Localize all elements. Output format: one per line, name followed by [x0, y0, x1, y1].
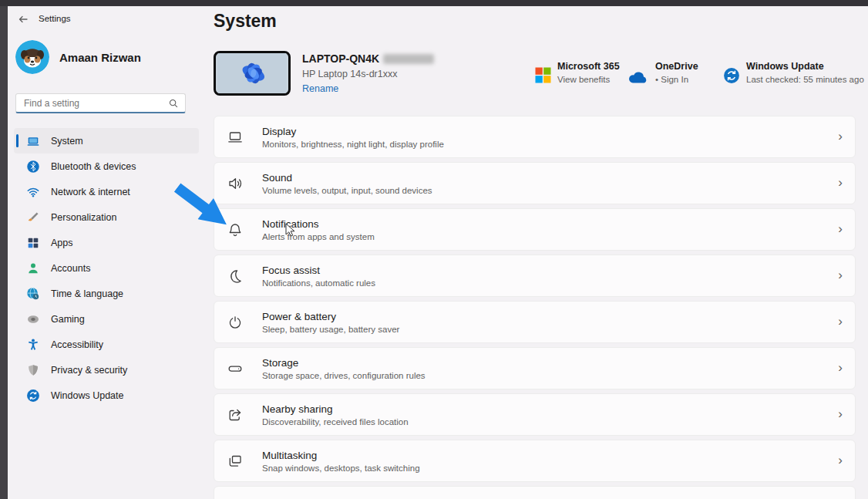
settings-row-multitasking[interactable]: Multitasking Snap windows, desktops, tas…: [214, 440, 856, 482]
settings-row-sound[interactable]: Sound Volume levels, output, input, soun…: [214, 162, 856, 204]
row-title: Multitasking: [262, 450, 420, 461]
sidebar-item-label: System: [51, 136, 83, 147]
chevron-right-icon: ›: [838, 314, 843, 329]
microsoft-365-status[interactable]: Microsoft 365 View benefits: [535, 61, 620, 86]
settings-row-power-battery[interactable]: Power & battery Sleep, battery usage, ba…: [214, 301, 856, 343]
sidebar-item-label: Time & language: [51, 288, 123, 299]
row-subtitle: Snap windows, desktops, task switching: [262, 464, 420, 473]
row-title: Sound: [262, 172, 432, 184]
device-model: HP Laptop 14s-dr1xxx: [302, 69, 397, 79]
row-title: Storage: [262, 357, 426, 369]
row-subtitle: Monitors, brightness, night light, displ…: [262, 140, 444, 149]
row-subtitle: Storage space, drives, configuration rul…: [262, 371, 426, 380]
user-profile[interactable]: Amaan Rizwan: [15, 40, 141, 74]
sidebar-item-accounts[interactable]: Accounts: [14, 255, 199, 281]
page-title: System: [214, 11, 277, 32]
settings-row-focus-assist[interactable]: Focus assist Notifications, automatic ru…: [214, 255, 856, 297]
status-subtitle[interactable]: • Sign In: [655, 75, 698, 84]
windows-update-icon: [723, 67, 740, 87]
chevron-right-icon: ›: [838, 268, 843, 283]
accessibility-icon: [26, 338, 40, 352]
settings-rows: Display Monitors, brightness, night ligh…: [214, 116, 856, 499]
row-title: Power & battery: [262, 311, 399, 322]
sidebar-item-gaming[interactable]: Gaming: [14, 306, 199, 332]
sidebar-item-label: Windows Update: [51, 390, 124, 401]
device-name-text: LAPTOP-QN4K: [302, 52, 379, 65]
multitasking-icon: [227, 453, 244, 470]
settings-row-nearby-sharing[interactable]: Nearby sharing Discoverability, received…: [214, 393, 856, 436]
sidebar-item-system[interactable]: System: [14, 128, 199, 153]
avatar: [15, 40, 49, 74]
nearby-sharing-icon: [227, 406, 244, 423]
sidebar-item-label: Accounts: [51, 263, 90, 274]
storage-icon: [227, 360, 244, 377]
windows-bloom-wallpaper: [216, 53, 288, 93]
sidebar-item-windows-update[interactable]: Windows Update: [14, 383, 199, 408]
sidebar-item-label: Network & internet: [51, 187, 130, 197]
microsoft-365-icon: [535, 67, 551, 86]
back-arrow-icon: [17, 13, 29, 25]
accounts-icon: [26, 261, 40, 275]
row-title: Focus assist: [262, 265, 375, 276]
chevron-right-icon: ›: [838, 221, 843, 237]
chevron-right-icon: ›: [838, 406, 843, 422]
status-title: OneDrive: [655, 61, 698, 72]
row-subtitle: Sleep, battery usage, battery saver: [262, 325, 399, 334]
row-subtitle: Notifications, automatic rules: [262, 278, 375, 288]
bluetooth-icon: [26, 160, 40, 174]
sidebar-item-label: Apps: [51, 238, 73, 248]
sidebar-item-network-internet[interactable]: Network & internet: [14, 179, 199, 204]
system-icon: [26, 134, 40, 148]
row-title: Notifications: [262, 218, 375, 230]
search-box[interactable]: [15, 93, 186, 113]
status-subtitle: Last checked: 55 minutes ago: [746, 75, 864, 84]
power-icon: [227, 314, 244, 331]
row-title: Nearby sharing: [262, 403, 409, 415]
row-subtitle: Discoverability, received files location: [262, 417, 409, 427]
redacted-text: [383, 54, 434, 64]
window-title: Settings: [39, 14, 71, 23]
settings-row-notifications[interactable]: Notifications Alerts from apps and syste…: [214, 208, 856, 251]
status-subtitle[interactable]: View benefits: [557, 75, 620, 84]
windows-update-icon: [26, 389, 40, 403]
video-frame-top: [0, 0, 868, 6]
search-icon: [168, 98, 179, 109]
notifications-icon: [227, 221, 244, 238]
status-title: Microsoft 365: [557, 61, 620, 72]
sidebar-item-label: Personalization: [51, 212, 116, 223]
sound-icon: [227, 175, 244, 192]
settings-row-display[interactable]: Display Monitors, brightness, night ligh…: [214, 116, 856, 158]
search-input[interactable]: [16, 98, 168, 109]
device-name: LAPTOP-QN4K: [302, 52, 434, 65]
sidebar-item-accessibility[interactable]: Accessibility: [14, 332, 199, 357]
sidebar-item-time-language[interactable]: Time & language: [14, 281, 199, 306]
user-name: Amaan Rizwan: [59, 51, 141, 64]
row-title: Display: [262, 126, 444, 137]
chevron-right-icon: ›: [838, 129, 843, 144]
gaming-icon: [26, 312, 40, 326]
sidebar-item-label: Gaming: [51, 314, 85, 325]
dog-avatar-icon: [15, 40, 49, 74]
back-button[interactable]: [17, 13, 29, 25]
sidebar-item-label: Accessibility: [51, 339, 103, 350]
onedrive-status[interactable]: OneDrive • Sign In: [627, 61, 698, 86]
sidebar-item-apps[interactable]: Apps: [14, 230, 199, 255]
network-icon: [26, 185, 40, 199]
sidebar-item-label: Bluetooth & devices: [51, 161, 136, 172]
sidebar-item-privacy-security[interactable]: Privacy & security: [14, 357, 199, 383]
chevron-right-icon: ›: [838, 360, 843, 376]
row-subtitle: Alerts from apps and system: [262, 232, 375, 241]
rename-link[interactable]: Rename: [302, 83, 338, 94]
sidebar-nav: System Bluetooth & devices Network & int…: [14, 128, 199, 408]
time-language-icon: [26, 287, 40, 301]
sidebar-item-label: Privacy & security: [51, 365, 127, 376]
chevron-right-icon: ›: [838, 453, 843, 468]
sidebar-item-personalization[interactable]: Personalization: [14, 204, 199, 230]
privacy-icon: [26, 363, 40, 377]
settings-window: Settings Amaan Rizwan: [8, 6, 868, 499]
settings-row-storage[interactable]: Storage Storage space, drives, configura…: [214, 347, 856, 389]
sidebar-item-bluetooth-devices[interactable]: Bluetooth & devices: [14, 153, 199, 179]
windows-update-status[interactable]: Windows Update Last checked: 55 minutes …: [723, 61, 864, 87]
onedrive-icon: [627, 69, 649, 86]
settings-row-partial[interactable]: [214, 486, 856, 499]
